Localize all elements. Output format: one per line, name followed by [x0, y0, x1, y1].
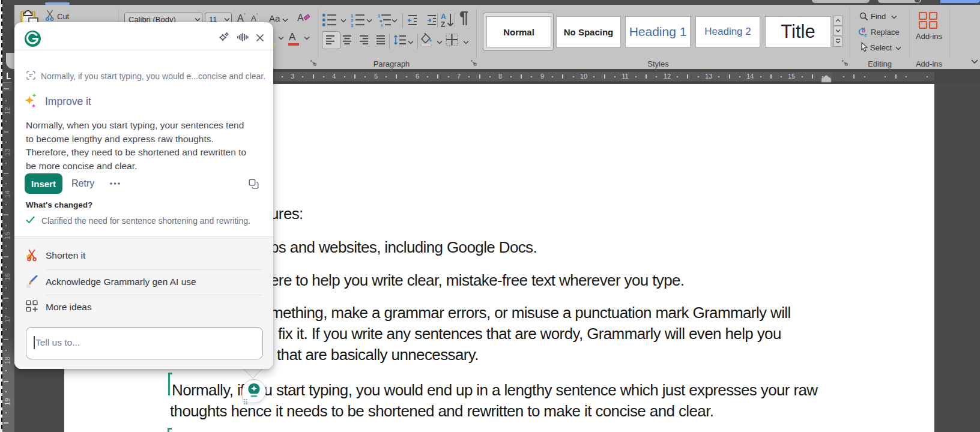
svg-text:i: i	[381, 23, 383, 28]
svg-text:Z: Z	[441, 20, 445, 28]
svg-text:A: A	[441, 13, 446, 21]
svg-text:c: c	[864, 32, 867, 37]
svg-text:3: 3	[351, 23, 353, 28]
